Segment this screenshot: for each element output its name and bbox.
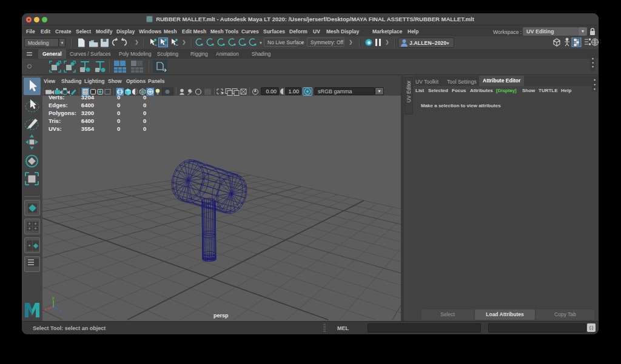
svg-text:z: z (60, 309, 62, 313)
svg-text:x: x (44, 307, 47, 311)
svg-text:y: y (52, 296, 55, 300)
